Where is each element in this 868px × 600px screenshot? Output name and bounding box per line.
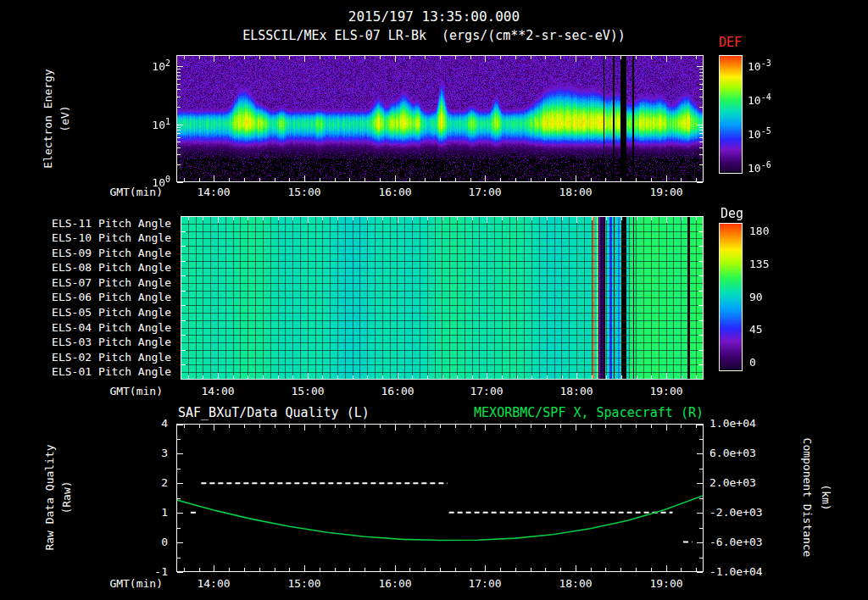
tick-mark <box>380 425 381 428</box>
tick-mark <box>502 217 503 220</box>
right-axis-tick-label: -6.0e+03 <box>709 536 763 548</box>
tick-mark <box>335 178 336 181</box>
def-colorbar-canvas <box>719 55 743 174</box>
deg-colorbar-canvas <box>719 223 743 371</box>
els-row-label: ELS-01 Pitch Angle <box>52 365 171 378</box>
x-tick-label: 19:00 <box>649 577 682 590</box>
tick-mark <box>184 56 185 59</box>
tick-mark <box>304 178 305 181</box>
x-tick-label: 18:00 <box>559 385 593 397</box>
tick-mark <box>412 375 413 379</box>
left-axis-tick-label: 3 <box>161 447 168 459</box>
line-title-right: MEXORBMC/SPF X, Spacecraft (R) <box>474 405 704 420</box>
tick-mark <box>697 513 703 514</box>
tick-mark <box>591 425 592 428</box>
tick-mark <box>605 178 606 181</box>
tick-mark <box>181 231 186 232</box>
tick-mark <box>335 568 336 571</box>
tick-mark <box>455 568 456 571</box>
tick-mark <box>349 56 350 59</box>
tick-mark <box>576 425 576 428</box>
tick-mark <box>177 528 181 529</box>
els-row-label: ELS-09 Pitch Angle <box>52 247 171 259</box>
colorbar-label: 10-4 <box>748 92 771 107</box>
tick-mark <box>425 568 426 571</box>
tick-mark <box>259 178 260 181</box>
tick-mark <box>398 375 398 379</box>
tick-mark <box>322 375 323 379</box>
tick-mark <box>263 217 264 220</box>
tick-mark <box>275 178 275 181</box>
tick-mark <box>682 217 682 220</box>
tick-mark <box>177 72 181 73</box>
tick-mark <box>576 56 576 59</box>
pitch-angle-canvas <box>181 216 704 380</box>
tick-mark <box>184 178 185 181</box>
tick-mark <box>699 84 703 85</box>
tick-mark <box>308 217 309 220</box>
tick-mark <box>531 375 532 379</box>
tick-mark <box>485 425 486 428</box>
tick-mark <box>470 568 471 571</box>
tick-mark <box>620 56 621 59</box>
tick-mark <box>320 425 320 428</box>
tick-mark <box>651 568 652 571</box>
right-axis-label: Component Distance <box>801 438 814 558</box>
tick-mark <box>515 56 516 59</box>
tick-mark <box>485 178 486 181</box>
tick-mark <box>409 56 410 59</box>
tick-mark <box>699 528 703 529</box>
tick-mark <box>697 542 703 543</box>
tick-mark <box>591 568 592 571</box>
tick-mark <box>487 375 487 379</box>
tick-mark <box>229 178 230 181</box>
tick-mark <box>666 178 667 181</box>
tick-mark <box>620 568 621 571</box>
left-axis-tick-label: 0 <box>161 536 168 548</box>
tick-mark <box>203 217 203 220</box>
tick-mark <box>181 261 186 262</box>
tick-mark <box>177 84 181 85</box>
tick-mark <box>560 56 561 59</box>
tick-mark <box>380 178 381 181</box>
tick-mark <box>620 178 621 181</box>
tick-mark <box>364 425 365 428</box>
left-axis-units: (Raw) <box>60 481 73 514</box>
tick-mark <box>440 568 441 571</box>
tick-mark <box>412 217 413 220</box>
tick-mark <box>455 178 456 181</box>
tick-mark <box>177 483 183 484</box>
tick-mark <box>177 453 183 454</box>
tick-mark <box>531 217 532 220</box>
tick-mark <box>353 375 353 379</box>
tick-mark <box>218 217 219 220</box>
x-tick-label: 19:00 <box>649 186 682 198</box>
tick-mark <box>367 375 368 379</box>
tick-mark <box>248 217 248 220</box>
tick-mark <box>177 164 181 165</box>
tick-mark <box>177 182 183 183</box>
tick-mark <box>382 217 383 220</box>
tick-mark <box>637 217 637 220</box>
els-row-label: ELS-03 Pitch Angle <box>52 336 171 348</box>
tick-mark <box>697 483 703 484</box>
tick-mark <box>696 375 697 379</box>
tick-mark <box>576 178 576 181</box>
tick-mark <box>651 217 652 220</box>
tick-mark <box>380 56 381 59</box>
tick-mark <box>699 137 703 138</box>
tick-mark <box>666 56 667 59</box>
tick-mark <box>177 137 181 138</box>
tick-mark <box>682 375 682 379</box>
tick-mark <box>181 350 186 351</box>
def-colorbar-title: DEF <box>719 35 742 50</box>
gmt-label-3: GMT(min) <box>109 577 163 590</box>
tick-mark <box>699 498 703 499</box>
tick-mark <box>214 178 214 181</box>
tick-mark <box>278 375 279 379</box>
tick-mark <box>636 568 637 571</box>
tick-mark <box>320 56 320 59</box>
tick-mark <box>177 469 181 469</box>
tick-mark <box>562 217 563 220</box>
line-title-left: SAF_BXuT/Data Quality (L) <box>178 405 370 420</box>
